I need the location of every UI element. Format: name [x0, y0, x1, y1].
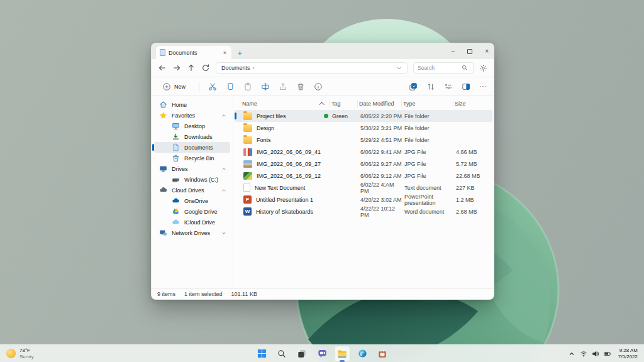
- sidebar-item-google-drive[interactable]: Google Drive: [154, 206, 230, 217]
- home-icon: [159, 101, 167, 109]
- chat-button[interactable]: [314, 346, 330, 361]
- copy-icon[interactable]: [226, 82, 235, 91]
- chevron-up-icon[interactable]: [221, 113, 226, 118]
- search-input[interactable]: [418, 65, 462, 71]
- sidebar-item-label: Cloud Drives: [172, 187, 217, 194]
- column-name[interactable]: Name: [242, 100, 330, 107]
- multi-select-icon[interactable]: [409, 82, 418, 91]
- column-tag[interactable]: Tag: [330, 100, 358, 107]
- column-date-modified[interactable]: Date Modified: [358, 100, 402, 107]
- share-icon[interactable]: [279, 82, 287, 91]
- cut-icon[interactable]: [208, 82, 217, 91]
- paste-icon[interactable]: [243, 82, 252, 91]
- maximize-button[interactable]: [467, 49, 472, 54]
- sidebar-item-icloud-drive[interactable]: iCloud Drive: [154, 217, 230, 228]
- wifi-icon[interactable]: [580, 350, 587, 358]
- weather-widget[interactable]: 78°F Sunny: [0, 345, 40, 362]
- sidebar-item-favorites[interactable]: Favorites: [154, 110, 230, 121]
- start-button[interactable]: [254, 346, 269, 361]
- view-options-icon[interactable]: [444, 82, 453, 91]
- file-row-img-2022-06-06-09-27[interactable]: IMG_2022_06_06_09_276/06/22 9:27 AMJPG F…: [235, 158, 492, 170]
- chevron-down-icon[interactable]: [221, 231, 226, 236]
- address-dropdown-icon[interactable]: [396, 65, 402, 71]
- details-pane-icon[interactable]: [462, 82, 470, 91]
- file-row-history-of-skateboards[interactable]: WHistory of Skateboards4/22/22 10:12 PMW…: [235, 206, 492, 217]
- settings-gear-icon[interactable]: [479, 64, 487, 72]
- sidebar-item-windows-c-[interactable]: Windows (C:): [154, 174, 230, 185]
- sidebar-item-network-drives[interactable]: Network Drives: [154, 228, 230, 238]
- file-type: PowerPoint presentation: [403, 194, 455, 206]
- new-tab-button[interactable]: +: [238, 50, 242, 57]
- chat-icon: [318, 349, 327, 358]
- toolbar-divider: [199, 82, 199, 92]
- back-icon[interactable]: [158, 63, 167, 72]
- sidebar-item-desktop[interactable]: Desktop: [154, 121, 230, 131]
- address-bar[interactable]: Documents ›: [216, 62, 408, 74]
- battery-icon[interactable]: [604, 350, 611, 358]
- sidebar-item-drives[interactable]: Drives: [154, 163, 230, 174]
- column-size[interactable]: Size: [453, 100, 489, 107]
- sidebar-item-onedrive[interactable]: OneDrive: [154, 195, 230, 206]
- sidebar-item-recycle-bin[interactable]: Recycle Bin: [154, 153, 230, 163]
- refresh-icon[interactable]: [201, 63, 210, 72]
- sidebar-item-label: Google Drive: [184, 209, 226, 215]
- sort-ascending-icon: [319, 102, 324, 107]
- cloud-icon: [159, 186, 167, 194]
- minimize-button[interactable]: –: [452, 48, 455, 55]
- items-count: 9 items: [157, 291, 175, 297]
- more-options-icon[interactable]: ···: [479, 83, 487, 90]
- sidebar-item-documents[interactable]: Documents: [154, 142, 230, 153]
- up-icon[interactable]: [187, 63, 196, 72]
- file-row-img-2022-06-16-09-12[interactable]: IMG_2022_06_16_09_126/06/22 9:12 AMJPG F…: [235, 170, 492, 182]
- new-button[interactable]: New: [158, 80, 190, 93]
- column-type[interactable]: Type: [402, 100, 453, 107]
- selected-count: 1 item selected: [184, 291, 223, 297]
- tab-title: Documents: [169, 50, 219, 56]
- sidebar-item-label: iCloud Drive: [184, 219, 226, 226]
- breadcrumb-chevron-icon[interactable]: ›: [253, 65, 255, 71]
- task-view-button[interactable]: [294, 346, 309, 361]
- textdoc-icon: [243, 184, 250, 192]
- sort-icon[interactable]: [426, 82, 435, 91]
- recycle-icon: [172, 154, 180, 162]
- file-row-img-2022-06-06-09-41[interactable]: IMG_2022_06_06_09_416/06/22 9:41 AMJPG F…: [235, 146, 492, 158]
- info-icon[interactable]: [314, 82, 323, 91]
- file-date-modified: 6/06/22 9:27 AM: [359, 161, 403, 167]
- tab-documents[interactable]: Documents ×: [156, 46, 231, 59]
- file-row-untitled-presentation-1[interactable]: PUntitled Presentation 14/20/22 3:02 AMP…: [235, 194, 492, 206]
- file-row-new-text-document[interactable]: New Text Document6/02/22 4:AM PMText doc…: [235, 182, 492, 194]
- delete-icon[interactable]: [296, 82, 305, 91]
- file-type: JPG File: [403, 161, 455, 167]
- new-button-label: New: [174, 84, 186, 90]
- command-toolbar: New ···: [152, 77, 494, 96]
- forward-icon[interactable]: [172, 63, 181, 72]
- chevron-up-icon[interactable]: [221, 188, 226, 193]
- clock[interactable]: 9:28 AM 7/5/2022: [618, 348, 638, 359]
- task-view-icon: [297, 349, 306, 358]
- download-icon: [172, 133, 180, 141]
- titlebar[interactable]: Documents × + – ×: [152, 43, 494, 59]
- tag-dot-icon: [324, 114, 328, 118]
- rename-icon[interactable]: [261, 82, 270, 91]
- store-button[interactable]: [375, 346, 390, 361]
- file-explorer-button[interactable]: [335, 346, 350, 361]
- chevron-up-icon[interactable]: [221, 167, 226, 172]
- sidebar-item-home[interactable]: Home: [154, 99, 230, 110]
- sidebar-item-cloud-drives[interactable]: Cloud Drives: [154, 185, 230, 195]
- file-name: History of Skateboards: [256, 209, 313, 215]
- sidebar-item-downloads[interactable]: Downloads: [154, 131, 230, 142]
- file-row-project-files[interactable]: Project filesGreen6/05/22 2:20 PMFile fo…: [235, 110, 492, 122]
- tray-chevron-up-icon[interactable]: [568, 350, 575, 358]
- search-box[interactable]: [413, 62, 474, 74]
- window-close-button[interactable]: ×: [485, 48, 489, 55]
- file-type: Text document: [403, 185, 455, 191]
- desktop-icon: [172, 122, 180, 130]
- edge-button[interactable]: [355, 346, 370, 361]
- file-row-design[interactable]: Design5/30/22 3:21 PMFile folder: [235, 122, 492, 134]
- folder-icon: [243, 124, 252, 132]
- breadcrumb[interactable]: Documents: [221, 65, 250, 71]
- volume-icon[interactable]: [592, 350, 599, 358]
- tab-close-icon[interactable]: ×: [222, 50, 228, 56]
- file-row-fonts[interactable]: Fonts5/29/22 4:51 PMFile folder: [235, 134, 492, 146]
- taskbar-search-button[interactable]: [274, 346, 289, 361]
